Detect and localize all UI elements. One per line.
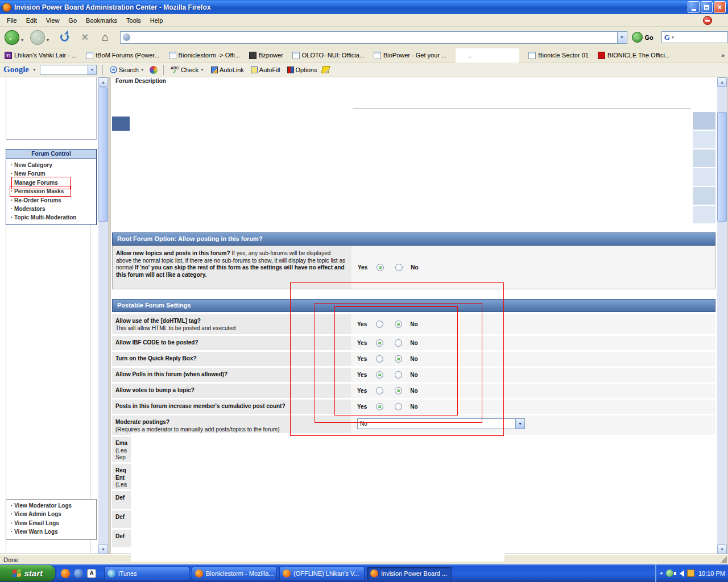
sidebar-frame: Forum Control New Category New Forum Man… [0,77,98,554]
task-button-itunes[interactable]: ♪iTunes [104,567,189,580]
radio-no[interactable] [395,264,403,271]
sidebar-item-view-admin-logs[interactable]: View Admin Logs [6,510,96,518]
dark-page-icon [249,52,257,59]
search-history-dropdown[interactable]: ▼ [88,65,96,74]
autofill-button[interactable]: AutoFill [249,65,282,74]
menu-edit[interactable]: Edit [22,16,42,25]
spellcheck-button[interactable]: ABC✓Check▼ [169,65,206,75]
options-button[interactable]: Options [286,65,319,74]
google-logo-caret[interactable]: ▼ [32,68,36,72]
close-icon: × [718,3,722,11]
menu-file[interactable]: File [2,16,22,25]
scroll-up-button[interactable]: ▲ [98,77,108,87]
forward-button[interactable]: → [30,30,45,45]
menu-view[interactable]: View [42,16,64,25]
search-button-label: Search [119,66,139,73]
maximize-button[interactable] [701,1,713,13]
sidebar-item-new-category[interactable]: New Category [6,161,96,169]
table-remnant-column [693,112,715,225]
sidebar-item-view-email-logs[interactable]: View Email Logs [6,519,96,527]
bookmarks-overflow-chevron[interactable]: » [721,52,725,59]
table-remnant-cell [693,187,715,205]
bookmark-item[interactable]: Bzpower [249,52,283,59]
menu-bar: File Edit View Go Bookmarks Tools Help [0,14,728,27]
yes-label: Yes [358,264,367,271]
sidebar-scrollbar[interactable]: ▲ ▼ [98,77,108,554]
home-button[interactable]: ⌂ [98,31,112,44]
back-dropdown-caret[interactable]: ▼ [20,38,24,42]
main-scrollbar[interactable]: ▲ ▼ [717,77,727,554]
task-button-bioniclestorm[interactable]: Bioniclestorm - Mozilla... [192,567,277,580]
task-button-invision-active[interactable]: Invision Power Board ... [367,567,452,580]
back-button[interactable]: ← [5,30,19,45]
bookmark-item[interactable]: BioPower - Get your ... [374,52,446,59]
volume-icon[interactable] [676,570,684,577]
firefox-quicklaunch-icon[interactable] [61,569,70,578]
bookmark-item[interactable]: Bionicle Sector 01 [528,52,589,59]
firefox-icon [283,569,291,577]
spellcheck-icon: ABC✓ [171,66,179,74]
autolink-button[interactable]: AutoLink [209,65,246,74]
scroll-down-button[interactable]: ▼ [98,544,108,554]
taskbar-tasks: ♪iTunes Bioniclestorm - Mozilla... (OFFL… [104,567,452,580]
firefox-icon [195,569,203,577]
reload-button[interactable] [58,31,72,44]
chevron-down-icon: ▼ [620,35,624,39]
menu-tools[interactable]: Tools [122,16,146,25]
sidebar-item-topic-multi-moderation[interactable]: Topic Multi-Moderation [6,213,96,222]
scrollbar-thumb[interactable] [717,112,727,222]
scroll-up-button[interactable]: ▲ [717,77,727,87]
radio-yes[interactable] [377,264,384,271]
window-title: Invision Power Board Administration Cent… [14,3,688,11]
bookmark-item[interactable]: Y!Lhikan's Vahki Lair - ... [5,52,77,59]
google-search-input[interactable]: ▼ [40,65,97,75]
sidebar-item-reorder-forums[interactable]: Re-Order Forums [6,196,96,205]
bookmark-label: BIONICLE The Offici... [607,52,670,59]
menu-bookmarks[interactable]: Bookmarks [81,16,122,25]
itunes-icon: ♪ [107,569,115,577]
sidebar-item-view-warn-logs[interactable]: View Warn Logs [6,527,96,536]
scrollbar-thumb[interactable] [98,88,108,222]
tray-app-icon[interactable] [687,569,694,577]
document-quicklaunch-icon[interactable]: A [87,569,96,578]
close-button[interactable]: × [714,1,726,13]
bookmark-item[interactable]: OLOTO- NUI: Officia... [292,52,365,59]
forum-control-title: Forum Control [6,149,96,159]
bookmark-item[interactable]: BIONICLE The Offici... [598,52,670,59]
stop-button[interactable]: × [78,31,92,44]
forward-dropdown-caret[interactable]: ▼ [46,38,50,42]
forward-arrow-icon: → [33,32,42,42]
question-bold-text-2: If 'no' you can skip the rest of this fo… [116,264,345,278]
toolbar-separator [163,65,164,75]
bookmark-item[interactable]: Bioniclestorm -> Offi... [169,52,240,59]
home-icon: ⌂ [102,31,109,44]
sidebar-item-moderators[interactable]: Moderators [6,205,96,213]
messenger-quicklaunch-icon[interactable] [74,569,83,578]
google-search-button[interactable]: Search▼ [108,65,146,74]
bookmark-label: OLOTO- NUI: Officia... [302,52,365,59]
quick-search-field[interactable]: G ▼ [661,31,728,43]
abort-extension-icon[interactable] [703,16,712,25]
go-button[interactable]: → Go [632,32,653,43]
minimize-button[interactable] [688,1,700,13]
highlighter-icon[interactable] [321,66,330,73]
network-status-icon[interactable] [666,569,673,577]
start-button[interactable]: start [0,565,55,581]
chevron-down-icon: ▼ [518,422,522,426]
bookmark-label: Lhikan's Vahki Lair - ... [14,52,77,59]
menu-go[interactable]: Go [64,16,81,25]
menu-help[interactable]: Help [146,16,168,25]
tray-chevron-icon[interactable]: ◄ [659,571,663,576]
bookmark-label: Bzpower [259,52,283,59]
url-address-field[interactable]: ▼ [120,31,627,44]
bookmark-item[interactable]: tBoM Forums (Power... [86,52,159,59]
resize-grip[interactable] [720,556,727,563]
sidebar-item-view-moderator-logs[interactable]: View Moderator Logs [6,501,96,510]
task-button-lhikans[interactable]: (OFFLINE) Lhikan's V... [279,567,365,580]
select-dropdown-button[interactable]: ▼ [515,419,524,429]
scroll-down-button[interactable]: ▼ [717,544,727,554]
root-forum-option-header: Root Forum Option: Allow posting in this… [112,232,715,246]
question-bold-text: Allow new topics and posts in this forum… [116,250,230,256]
pagerank-icon[interactable] [150,66,158,74]
url-dropdown-button[interactable]: ▼ [617,32,627,43]
